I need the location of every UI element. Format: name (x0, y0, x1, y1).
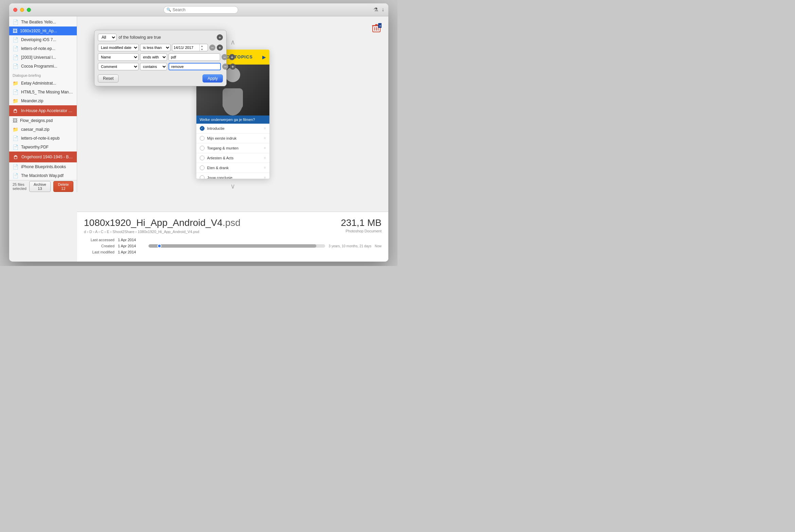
filter-operator-select-2[interactable]: contains ends with starts with (140, 63, 167, 70)
filter-value-input-0[interactable] (172, 45, 199, 50)
filter-remove-row-2[interactable]: − (222, 64, 228, 70)
sidebar-item-caesar[interactable]: 📁 caesar_mail.zip (9, 125, 77, 134)
apply-button[interactable]: Apply (202, 74, 223, 83)
filter-value-input-1[interactable] (169, 53, 220, 61)
file-type: Photoshop Document (341, 229, 382, 233)
stepper-up[interactable]: ▲ (200, 44, 204, 48)
filter-remove-row-1[interactable]: − (222, 54, 228, 60)
sidebar-item-2003[interactable]: 📄 [2003] Universal l... (9, 53, 77, 62)
sidebar-item-meander[interactable]: 📁 Meander.zip (9, 96, 77, 105)
drag-handle-0: ≡ (264, 126, 266, 130)
filter-value-input-2[interactable] (169, 63, 221, 70)
sidebar-item-beatles[interactable]: 📄 The Beatles Yello... (9, 18, 77, 26)
file-icon: 📁 (13, 127, 18, 132)
filter-icon[interactable]: ⚗ (373, 6, 378, 13)
chevron-up-button[interactable]: ∧ (227, 35, 239, 50)
filter-field-select-1[interactable]: Name Last modified date Comment (98, 53, 139, 61)
sidebar-item-label: The Macintosh Way.pdf (21, 173, 64, 178)
sidebar-item-inhouse[interactable]: In-House App Accelerator Guide.epub (9, 105, 77, 116)
search-input[interactable] (173, 7, 235, 12)
minimize-button[interactable] (20, 8, 24, 12)
folder-icon: 📁 (13, 81, 18, 86)
delete-button[interactable]: Delete 12 (53, 181, 73, 192)
maximize-button[interactable] (27, 8, 31, 12)
title-bar: 🔍 ⚗ ↓ (9, 3, 388, 16)
timeline-row-created: Created 1 Apr 2014 3 years, 10 months, 2… (84, 244, 382, 248)
breadcrumb: d › D › A › C › E › Shoot2Share › 1080x1… (84, 230, 241, 234)
filter-field-select-0[interactable]: Last modified date Name Comment (98, 44, 139, 51)
file-icon: 📄 (13, 37, 18, 42)
archive-button[interactable]: Archive 13 (29, 181, 51, 192)
sidebar-item-label: Developing iOS 7... (21, 37, 56, 42)
list-item: Mijn eerste indruk ≡ (196, 134, 269, 143)
selected-count: 25 files selected (13, 182, 26, 191)
file-icon: 📄 (13, 164, 18, 170)
svg-rect-1 (14, 109, 16, 110)
drag-handle-1: ≡ (264, 136, 266, 140)
sidebar-item-label: Eetay Administrat... (21, 81, 56, 86)
sidebar-item-cocoa[interactable]: 📄 Cocoa Programmi... (9, 62, 77, 71)
filter-header-text: of the following are true (119, 35, 215, 40)
svg-rect-4 (15, 155, 17, 156)
filter-condition-select[interactable]: All Any (98, 34, 117, 41)
image-icon: 🖼 (13, 118, 17, 123)
sidebar-item-developing[interactable]: 📄 Developing iOS 7... (9, 35, 77, 44)
sidebar-item-label: caesar_mail.zip (21, 127, 49, 132)
filter-row-2: Comment Name Last modified date contains… (98, 63, 223, 70)
file-name: 1080x1920_Hi_App_Android_V4 (84, 217, 223, 228)
toolbar-icons: ⚗ ↓ (373, 6, 384, 13)
delete-badge (13, 107, 18, 114)
svg-rect-5 (14, 157, 17, 159)
sidebar-item-macintosh[interactable]: 📄 The Macintosh Way.pdf (9, 171, 77, 180)
sidebar-item-label: letters-of-note-ii.epub (21, 136, 59, 141)
app-list-label-5: Jouw conclusie (207, 176, 233, 179)
trash-icon[interactable]: ≡ (371, 23, 382, 36)
filter-operator-select-0[interactable]: is less than is greater than is equal to (140, 44, 171, 51)
app-checkbox-2[interactable] (200, 146, 205, 150)
sidebar-item-label: [2003] Universal l... (21, 55, 56, 60)
file-title: 1080x1920_Hi_App_Android_V4.psd (84, 217, 241, 228)
reset-button[interactable]: Reset (98, 74, 119, 83)
drag-handle-5: ≡ (264, 176, 266, 179)
app-checkbox-5[interactable] (200, 175, 205, 179)
app-checkbox-3[interactable] (200, 156, 205, 160)
filter-operator-select-1[interactable]: ends with starts with contains (140, 53, 167, 61)
app-checkbox-1[interactable] (200, 136, 205, 141)
filter-field-select-2[interactable]: Comment Name Last modified date (98, 63, 139, 70)
sidebar-item-letters[interactable]: 📄 letters-of-note.ep... (9, 44, 77, 53)
sidebar-item-tapworthy[interactable]: 📄 Tapworthy.PDF (9, 143, 77, 152)
timeline-duration: 3 years, 10 months, 21 days (329, 244, 371, 248)
sidebar-item-label: letters-of-note.ep... (21, 46, 55, 51)
folder-icon: 📁 (13, 98, 18, 104)
sidebar-item-html5[interactable]: 📄 HTML5_ The Missing Manual, 2nd Edition… (9, 88, 77, 96)
sidebar-item-1080x1920[interactable]: 🖼 1080x1920_Hi_Ap... (9, 26, 77, 35)
search-box[interactable]: 🔍 (163, 6, 238, 14)
filter-add-row-0[interactable]: + (217, 45, 223, 51)
file-extension: .psd (223, 217, 241, 228)
app-checkbox-4[interactable] (200, 165, 205, 170)
sidebar-item-eetay[interactable]: 📁 Eetay Administrat... (9, 79, 77, 88)
sidebar-item-lettersii[interactable]: 📄 letters-of-note-ii.epub (9, 134, 77, 143)
drag-handle-3: ≡ (264, 156, 266, 160)
filter-add-row-1[interactable]: + (229, 54, 235, 60)
filter-remove-row-0[interactable]: − (209, 45, 215, 51)
created-label: Created (84, 244, 114, 248)
timeline-bar (148, 244, 325, 248)
drag-handle-4: ≡ (264, 166, 266, 170)
close-button[interactable] (13, 8, 17, 12)
file-icon: 📄 (13, 89, 18, 95)
app-checkbox-0[interactable]: ✓ (200, 126, 205, 131)
sidebar-item-ongehoord[interactable]: Ongehoord 1940-1945 - Boekje.pdf (9, 152, 77, 162)
filter-add-global-button[interactable]: + (217, 34, 223, 40)
chevron-down-button[interactable]: ∨ (227, 179, 239, 194)
stepper-down[interactable]: ▼ (200, 48, 204, 51)
date-stepper: ▲ ▼ (199, 44, 204, 51)
filter-add-row-2[interactable]: + (230, 64, 236, 70)
file-icon: 📄 (13, 136, 18, 141)
timeline-bar-dot (157, 244, 161, 248)
list-item: Jouw conclusie ≡ (196, 173, 269, 179)
sidebar-item-flow[interactable]: 🖼 Flow_designs.psd (9, 116, 77, 125)
sort-icon[interactable]: ↓ (382, 6, 384, 13)
sidebar-item-iphone[interactable]: 📄 iPhone Blueprints.ibooks (9, 162, 77, 171)
svg-rect-2 (14, 110, 17, 113)
